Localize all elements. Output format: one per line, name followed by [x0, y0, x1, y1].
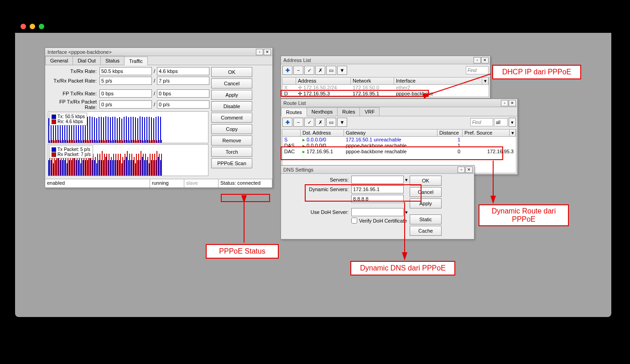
rx-value: [157, 100, 209, 109]
label: FP Tx/Rx Packet Rate:: [47, 99, 99, 110]
close-icon[interactable]: ✕: [264, 49, 271, 55]
label: Tx/Rx Packet Rate:: [47, 78, 99, 83]
rx-legend: Rx: 4.6 kbps: [57, 119, 83, 124]
address-list-title: Address List: [282, 57, 473, 63]
col-interface[interactable]: Interface: [394, 78, 482, 84]
tx-legend: Tx: 50.5 kbps: [57, 114, 85, 119]
col-flag[interactable]: [282, 130, 301, 136]
tx-packet-legend: Tx Packet: 5 p/s: [57, 147, 90, 152]
rx-value: [157, 67, 209, 75]
rate-graph: Tx: 50.5 kbps Rx: 4.6 kbps: [48, 111, 208, 143]
close-icon[interactable]: ✕: [465, 166, 473, 173]
tx-value: [99, 89, 152, 98]
table-row[interactable]: DAS▸ 0.0.0.0/0pppoe-backbone reachable1: [282, 143, 516, 149]
copy-button[interactable]: Copy: [211, 124, 252, 134]
status-running: running: [150, 179, 184, 187]
restore-icon[interactable]: ▫: [474, 57, 481, 63]
dropdown-icon[interactable]: ▾: [405, 209, 408, 215]
table-row[interactable]: DAC▸ 172.16.95.1pppoe-backbone reachable…: [282, 149, 516, 155]
highlight-status: [221, 194, 270, 202]
cancel-button[interactable]: Cancel: [211, 78, 252, 88]
disable-button[interactable]: Disable: [211, 101, 252, 111]
app-frame: Interface <pppoe-backbone> ▫ ✕ GeneralDi…: [15, 20, 611, 317]
find-input[interactable]: [470, 118, 493, 126]
doh-label: Use DoH Server:: [283, 209, 351, 215]
rx-value: [157, 89, 209, 98]
close-icon[interactable]: ✕: [509, 100, 516, 106]
label: Tx/Rx Rate:: [47, 68, 99, 74]
interface-window-title: Interface <pppoe-backbone>: [47, 49, 255, 55]
col-prefsrc[interactable]: Pref. Source: [463, 130, 510, 136]
tab-status[interactable]: Status: [100, 56, 125, 65]
route-list-window: Route List ▫ ✕ RoutesNexthopsRulesVRF ✚ …: [281, 99, 518, 175]
label: FP Tx/Rx Rate:: [47, 91, 99, 96]
zoom-dot[interactable]: [39, 24, 44, 29]
mac-titlebar: [15, 20, 611, 33]
remove-button[interactable]: −: [293, 66, 303, 75]
dropdown-icon[interactable]: ▾: [405, 177, 408, 183]
add-button[interactable]: ✚: [282, 66, 292, 75]
scope-combo[interactable]: [494, 118, 508, 126]
verify-doh-checkbox[interactable]: [351, 218, 357, 224]
pppoe-scan-button[interactable]: PPPoE Scan: [211, 158, 252, 168]
col-gateway[interactable]: Gateway: [344, 130, 437, 136]
desktop: Interface <pppoe-backbone> ▫ ✕ GeneralDi…: [15, 33, 611, 317]
table-row[interactable]: S▸ 0.0.0.0/0172.16.50.1 unreachable1: [282, 137, 516, 143]
menu-icon[interactable]: ▾: [482, 78, 489, 84]
filter-icon[interactable]: ▼: [337, 118, 347, 127]
static-button[interactable]: Static: [410, 214, 442, 224]
tab-routes[interactable]: Routes: [281, 108, 307, 116]
table-row[interactable]: X✢ 172.16.50.2/24172.16.50.0ether2: [282, 85, 489, 91]
tx-value: [99, 100, 152, 109]
close-dot[interactable]: [21, 24, 26, 29]
disable-button[interactable]: ✗: [315, 66, 325, 75]
col-distance[interactable]: Distance: [437, 130, 463, 136]
interface-window: Interface <pppoe-backbone> ▫ ✕ GeneralDi…: [45, 47, 273, 188]
cache-button[interactable]: Cache: [410, 226, 442, 236]
comment-button[interactable]: ▭: [326, 118, 336, 127]
tab-traffic[interactable]: Traffic: [124, 57, 148, 65]
doh-input[interactable]: [351, 208, 404, 216]
disable-button[interactable]: ✗: [315, 118, 325, 127]
menu-icon[interactable]: ▾: [510, 130, 516, 136]
dropdown-icon[interactable]: ▾: [509, 118, 516, 127]
tab-dial-out[interactable]: Dial Out: [73, 56, 101, 65]
cancel-button[interactable]: Cancel: [410, 187, 442, 197]
tab-general[interactable]: General: [45, 56, 73, 65]
dyn2-input: [351, 195, 404, 203]
comment-button[interactable]: Comment: [211, 113, 252, 123]
rx-value: [157, 77, 209, 85]
enable-button[interactable]: ✓: [304, 66, 314, 75]
find-input[interactable]: [466, 66, 489, 74]
tab-nexthops[interactable]: Nexthops: [307, 107, 338, 116]
apply-button[interactable]: Apply: [211, 90, 252, 100]
status-enabled: enabled: [45, 179, 150, 187]
servers-input[interactable]: [351, 176, 404, 184]
restore-icon[interactable]: ▫: [458, 166, 465, 173]
col-dst[interactable]: Dst. Address: [301, 130, 344, 136]
ok-button[interactable]: OK: [410, 176, 442, 186]
tab-rules[interactable]: Rules: [337, 107, 360, 116]
col-network[interactable]: Network: [351, 78, 394, 84]
col-flag[interactable]: [282, 78, 296, 84]
remove-button[interactable]: Remove: [211, 135, 252, 146]
tab-vrf[interactable]: VRF: [359, 107, 380, 116]
restore-icon[interactable]: ▫: [501, 100, 508, 106]
comment-button[interactable]: ▭: [326, 66, 336, 75]
add-button[interactable]: ✚: [282, 118, 292, 127]
minimize-dot[interactable]: [30, 24, 35, 29]
ok-button[interactable]: OK: [211, 67, 252, 77]
filter-icon[interactable]: ▼: [337, 66, 347, 75]
dyn1-input: [351, 185, 404, 193]
rate-legend: Tx: 50.5 kbps Rx: 4.6 kbps: [49, 113, 87, 125]
restore-icon[interactable]: ▫: [256, 49, 263, 55]
close-icon[interactable]: ✕: [481, 57, 489, 63]
apply-button[interactable]: Apply: [410, 198, 442, 208]
remove-button[interactable]: −: [293, 118, 303, 127]
col-address[interactable]: Address: [296, 78, 351, 84]
torch-button[interactable]: Torch: [211, 147, 252, 157]
packet-legend: Tx Packet: 5 p/s Rx Packet: 7 p/s: [49, 146, 93, 158]
enable-button[interactable]: ✓: [304, 118, 314, 127]
table-row[interactable]: D✢ 172.16.95.3172.16.95.1pppoe-backbone: [282, 91, 489, 97]
interface-buttons: OKCancelApplyDisableCommentCopyRemoveTor…: [211, 67, 271, 177]
